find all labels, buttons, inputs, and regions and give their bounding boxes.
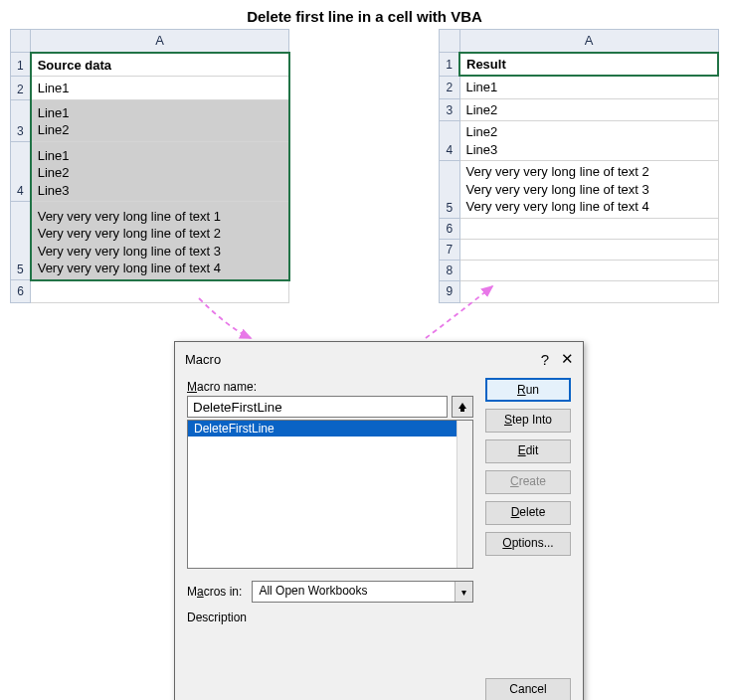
cell[interactable]: Result [459, 53, 718, 77]
select-all-corner[interactable] [440, 30, 459, 53]
cell[interactable]: Very very very long line of text 2Very v… [459, 161, 718, 219]
row-header[interactable]: 6 [440, 218, 459, 239]
row-header[interactable]: 1 [11, 53, 31, 77]
close-icon[interactable]: ✕ [549, 350, 573, 368]
row-header[interactable]: 1 [440, 53, 459, 77]
column-header-a[interactable]: A [459, 30, 718, 53]
macro-listbox[interactable]: DeleteFirstLine [187, 420, 473, 569]
cell[interactable]: Line1Line2Line3 [31, 141, 289, 201]
edit-button[interactable]: Edit [485, 439, 571, 463]
row-header[interactable]: 5 [440, 161, 459, 219]
row-header[interactable]: 4 [11, 141, 31, 201]
page-title: Delete first line in a cell with VBA [0, 0, 729, 29]
cell[interactable] [459, 261, 718, 281]
cell[interactable]: Line1 [31, 77, 289, 100]
macro-name-label: Macro name: [187, 380, 473, 394]
row-header[interactable]: 3 [440, 98, 459, 121]
cell[interactable]: Line2 [459, 98, 718, 121]
dialog-title: Macro [185, 352, 525, 367]
cell[interactable]: Line2Line3 [459, 121, 718, 161]
cell[interactable]: Line1 [459, 76, 718, 98]
cell[interactable]: Line1Line2 [31, 99, 289, 141]
select-all-corner[interactable] [11, 30, 31, 53]
cell[interactable] [459, 281, 718, 302]
help-icon[interactable]: ? [525, 351, 549, 368]
row-header[interactable]: 9 [440, 281, 459, 302]
scrollbar[interactable] [456, 421, 472, 568]
delete-button[interactable]: Delete [485, 501, 571, 525]
run-button[interactable]: Run [485, 378, 571, 402]
cancel-button[interactable]: Cancel [485, 678, 571, 700]
row-header[interactable]: 2 [440, 76, 459, 98]
cell[interactable]: Source data [31, 53, 289, 77]
macro-dialog: Macro ? ✕ Macro name: DeleteFirstLine Ma… [174, 341, 584, 700]
column-header-a[interactable]: A [31, 30, 289, 53]
row-header[interactable]: 6 [11, 280, 31, 302]
macros-in-select[interactable]: All Open Workbooks ▾ [252, 581, 473, 603]
create-button: Create [485, 470, 571, 494]
options-button[interactable]: Options... [485, 532, 571, 556]
reference-icon[interactable] [452, 396, 473, 418]
chevron-down-icon: ▾ [455, 582, 472, 602]
result-sheet: A 1 Result 2 Line1 3 Line2 4 Line2Line3 … [439, 29, 719, 303]
cell[interactable] [459, 240, 718, 261]
cell[interactable] [31, 280, 289, 302]
macros-in-label: Macros in: [187, 585, 242, 599]
row-header[interactable]: 5 [11, 202, 31, 280]
row-header[interactable]: 3 [11, 99, 31, 141]
cell[interactable] [459, 218, 718, 239]
macros-in-value: All Open Workbooks [259, 584, 367, 598]
row-header[interactable]: 7 [440, 240, 459, 261]
row-header[interactable]: 2 [11, 77, 31, 100]
row-header[interactable]: 4 [440, 121, 459, 161]
list-item[interactable]: DeleteFirstLine [188, 421, 472, 437]
step-into-button[interactable]: Step Into [485, 409, 571, 433]
source-sheet: A 1 Source data 2 Line1 3 Line1Line2 4 L… [10, 29, 290, 303]
description-label: Description [187, 611, 473, 624]
cell[interactable]: Very very very long line of text 1Very v… [31, 202, 289, 280]
row-header[interactable]: 8 [440, 261, 459, 281]
macro-name-input[interactable] [187, 396, 448, 418]
